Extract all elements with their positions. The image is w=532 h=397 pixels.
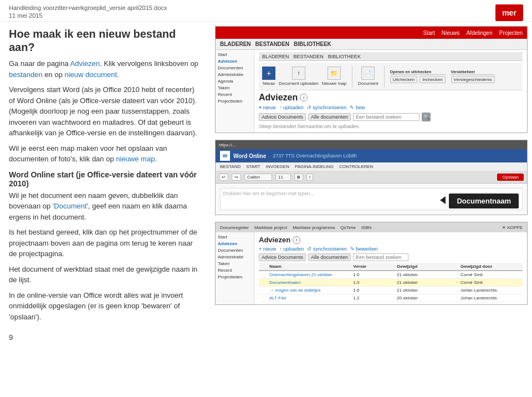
ribbon-btn-document[interactable]: 📄 Document — [358, 67, 378, 86]
btn-synchroniseren-top[interactable]: ↺ synchroniseren — [307, 105, 347, 110]
sp-bottom-main: Adviezen i + nieuw ↑ uploaden ↺ synchron… — [254, 232, 527, 304]
sp-b-nav-recent[interactable]: Recent — [218, 268, 252, 273]
btn-bewerken-top[interactable]: ✎ bew — [350, 105, 365, 110]
nav-isbn[interactable]: ISBN — [361, 225, 372, 230]
btn-inchecken[interactable]: Inchecken — [420, 76, 445, 83]
filter-alle-docs[interactable]: Alle documenten — [308, 113, 351, 121]
document-date: 11 mei 2015 — [9, 12, 523, 19]
cell-author-3: Johan Lambrechts — [459, 288, 523, 293]
nav-marktase-project[interactable]: Marktase project — [254, 225, 287, 230]
ribbon-btn-nieuwe-map[interactable]: 📁 Nieuwe map — [322, 67, 346, 86]
cell-naam-3[interactable]: → mogen van de bolletjes — [268, 288, 351, 293]
sp-nav-projectleden[interactable]: Projectleden — [218, 99, 252, 104]
tab-controleren[interactable]: CONTROLEREN — [339, 164, 373, 169]
link-adviezen[interactable]: Adviezen — [70, 59, 100, 68]
search-input-top[interactable] — [353, 113, 420, 121]
tab-invoegen[interactable]: INVOEGEN — [266, 164, 289, 169]
cell-date-4: 20 oktober — [395, 296, 459, 301]
sp-nav-administratie[interactable]: Administratie — [218, 72, 252, 77]
btn-bewerken-bottom[interactable]: ✎ bewerken — [350, 246, 378, 252]
link-nieuw-document[interactable]: nieuw document — [65, 70, 117, 79]
btn-bold[interactable]: B — [294, 174, 303, 181]
nav-qstime[interactable]: QsTime — [340, 225, 356, 230]
sp-nav-adviezen[interactable]: Adviezen — [218, 59, 252, 64]
font-select[interactable]: Calibri — [244, 174, 272, 181]
nav-marktase-programma[interactable]: Marktase programma — [293, 225, 335, 230]
nav-koppelingen[interactable]: ✕ KOPPE — [502, 225, 523, 230]
nav-nieuws[interactable]: Nieuws — [442, 30, 460, 36]
link-document[interactable]: 'Document' — [53, 202, 88, 210]
search-icon-top[interactable]: 🔍 — [422, 113, 431, 121]
table-row-highlighted: Documentnaam 1.0 21 oktober Corné Smit — [259, 279, 523, 287]
ribbon-bestanden[interactable]: BESTANDEN — [255, 41, 289, 47]
word-doc-name: 2737 TTS Overnachtingshaven Lobith — [273, 153, 356, 159]
nav-afdelingen[interactable]: Afdelingen — [466, 30, 492, 36]
btn-uitchecken[interactable]: Uitchecken — [390, 76, 418, 83]
cell-naam-2[interactable]: Documentnaam — [268, 280, 351, 285]
sp-b-nav-administratie[interactable]: Administratie — [218, 255, 252, 259]
cell-date-2: 21 oktober — [395, 280, 459, 285]
sp-b-nav-taken[interactable]: Taken — [218, 261, 252, 266]
inner-bestanden[interactable]: BESTANDEN — [294, 54, 324, 59]
font-size[interactable]: 11 — [275, 174, 291, 181]
sp-nav-taken[interactable]: Taken — [218, 85, 252, 90]
nav-documregister[interactable]: Documregister — [220, 225, 249, 230]
sp-b-nav-projectleden[interactable]: Projectleden — [218, 274, 252, 279]
ribbon-btn-nieuw[interactable]: + Nieuw — [262, 67, 275, 86]
cell-naam-1[interactable]: Overnachtingshaven 21 oktober — [268, 272, 351, 277]
browser-bar: https://... — [216, 140, 527, 149]
btn-italic[interactable]: I — [306, 174, 313, 181]
filter-advice-docs[interactable]: Advice Documents — [259, 113, 306, 121]
col-versie: Versie — [351, 264, 395, 269]
col-gewijzigd-door: Gewijzigd door — [459, 264, 523, 269]
tab-bestand[interactable]: BESTAND — [220, 164, 241, 169]
sp-b-nav-adviezen[interactable]: Adviezen — [218, 241, 252, 246]
btn-uploaden-bottom[interactable]: ↑ uploaden — [279, 246, 304, 252]
btn-uploaden-top[interactable]: ↑ uploaden — [279, 105, 304, 110]
btn-nieuw-top[interactable]: + nieuw — [259, 105, 276, 110]
link-bestanden[interactable]: bestanden — [9, 70, 43, 79]
arrow-overlay — [440, 196, 446, 204]
info-icon-top[interactable]: i — [300, 94, 308, 101]
btn-nieuw-bottom[interactable]: + nieuw — [259, 246, 276, 252]
sp-nav-recent[interactable]: Recent — [218, 92, 252, 97]
ribbon-group-openen: Openen en uitchecken Uitchecken Inchecke… — [390, 70, 446, 83]
btn-opslaan[interactable]: Opslaan — [497, 174, 524, 181]
paragraph-2: Vervolgens start Word (als je Office 201… — [9, 84, 202, 139]
info-icon-bottom[interactable]: i — [293, 236, 300, 244]
sp-action-buttons: + nieuw ↑ uploaden ↺ synchroniseren ✎ be… — [259, 105, 523, 110]
tab-start[interactable]: START — [246, 164, 260, 169]
btn-versiegeschiendenis[interactable]: Versiegeschiedenis — [451, 76, 495, 83]
sp-sub-ribbon: BLADEREN BESTANDEN BIBLIOTHEEK — [216, 39, 527, 50]
sp-b-nav-start[interactable]: Start — [218, 235, 252, 240]
right-column: Start Nieuws Afdelingen Projecten BLADER… — [211, 22, 532, 347]
tab-pagina-indeling[interactable]: PAGINA-INDELING — [295, 164, 334, 169]
btn-redo[interactable]: ↪ — [232, 174, 241, 181]
sp-bottom-action-buttons: + nieuw ↑ uploaden ↺ synchroniseren ✎ be… — [259, 246, 523, 252]
nav-start[interactable]: Start — [423, 30, 435, 36]
sp-nav-start[interactable]: Start — [218, 52, 252, 57]
nav-projecten[interactable]: Projecten — [499, 30, 523, 36]
ribbon-bladeren[interactable]: BLADEREN — [220, 41, 251, 47]
cell-naam-4[interactable]: ALT F4d — [268, 296, 351, 301]
sp-nav-agenda[interactable]: Agenda — [218, 79, 252, 84]
filter-advice-docs-bottom[interactable]: Advice Documents — [259, 253, 306, 261]
inner-bladeren[interactable]: BLADEREN — [262, 54, 289, 59]
filter-alle-docs-bottom[interactable]: Alle documenten — [308, 253, 351, 261]
browser-url: https://... — [219, 142, 236, 147]
btn-undo[interactable]: ↩ — [219, 174, 228, 181]
table-row: → mogen van de bolletjes 1.6 21 oktober … — [259, 287, 523, 294]
screenshot-sharepoint-bottom: Documregister Marktase project Marktase … — [215, 222, 528, 305]
word-toolbar: ↩ ↪ Calibri 11 B I Opslaan — [216, 171, 527, 184]
ribbon-btn-upload[interactable]: ↑ Document uploaden — [279, 67, 319, 86]
inner-bibliotheek[interactable]: BIBLIOTHEEK — [328, 54, 361, 59]
ribbon-bibliotheek[interactable]: BIBLIOTHEEK — [294, 41, 331, 47]
search-input-bottom[interactable] — [353, 253, 408, 261]
btn-synchroniseren-bottom[interactable]: ↺ synchroniseren — [307, 246, 347, 252]
sp-nav-documenten[interactable]: Documenten — [218, 65, 252, 70]
link-nieuwe-map[interactable]: nieuwe map — [116, 155, 155, 163]
ribbon-group-versie: Versiebeheer Versiegeschiedenis — [451, 70, 495, 83]
sp-doc-type-nav: Documregister Marktase project Marktase … — [216, 222, 527, 232]
sp-bottom-body: Start Adviezen Documenten Administratie … — [216, 232, 527, 304]
sp-b-nav-documenten[interactable]: Documenten — [218, 248, 252, 253]
